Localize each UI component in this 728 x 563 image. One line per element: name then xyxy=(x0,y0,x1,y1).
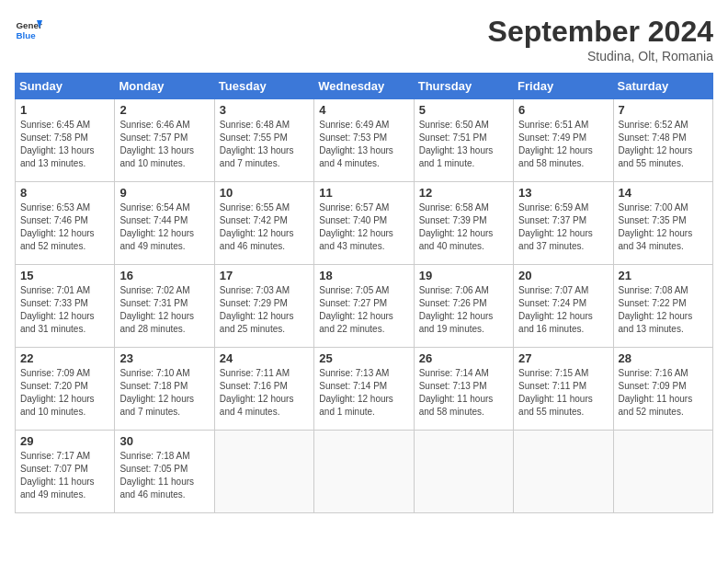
calendar-day-cell xyxy=(414,431,513,513)
day-number: 16 xyxy=(119,269,209,282)
day-number: 19 xyxy=(419,269,508,282)
day-info: Sunrise: 7:03 AM Sunset: 7:29 PM Dayligh… xyxy=(220,284,309,336)
day-number: 27 xyxy=(518,351,608,365)
calendar-day-cell: 8Sunrise: 6:53 AM Sunset: 7:46 PM Daylig… xyxy=(16,182,115,265)
day-number: 17 xyxy=(220,269,309,282)
day-info: Sunrise: 6:57 AM Sunset: 7:40 PM Dayligh… xyxy=(319,201,408,253)
day-number: 7 xyxy=(619,103,708,117)
weekday-header: Monday xyxy=(115,74,214,99)
calendar-day-cell: 25Sunrise: 7:13 AM Sunset: 7:14 PM Dayli… xyxy=(314,348,414,431)
calendar-day-cell: 24Sunrise: 7:11 AM Sunset: 7:16 PM Dayli… xyxy=(214,348,313,431)
day-number: 10 xyxy=(220,186,309,200)
day-info: Sunrise: 6:50 AM Sunset: 7:51 PM Dayligh… xyxy=(419,119,508,170)
calendar-week-row: 15Sunrise: 7:01 AM Sunset: 7:33 PM Dayli… xyxy=(16,265,713,348)
calendar-day-cell: 17Sunrise: 7:03 AM Sunset: 7:29 PM Dayli… xyxy=(214,265,313,348)
day-number: 14 xyxy=(619,186,708,200)
day-number: 12 xyxy=(419,186,508,200)
calendar-day-cell xyxy=(314,431,414,513)
day-info: Sunrise: 6:59 AM Sunset: 7:37 PM Dayligh… xyxy=(518,201,608,253)
calendar-day-cell: 16Sunrise: 7:02 AM Sunset: 7:31 PM Dayli… xyxy=(115,265,214,348)
day-info: Sunrise: 7:06 AM Sunset: 7:26 PM Dayligh… xyxy=(419,284,508,336)
calendar-day-cell: 27Sunrise: 7:15 AM Sunset: 7:11 PM Dayli… xyxy=(514,348,613,431)
page-header: General Blue September 2024 Studina, Olt… xyxy=(15,15,713,63)
calendar-day-cell: 7Sunrise: 6:52 AM Sunset: 7:48 PM Daylig… xyxy=(613,99,712,182)
calendar-day-cell: 9Sunrise: 6:54 AM Sunset: 7:44 PM Daylig… xyxy=(115,182,214,265)
day-info: Sunrise: 7:11 AM Sunset: 7:16 PM Dayligh… xyxy=(220,367,309,419)
day-number: 1 xyxy=(20,103,109,117)
title-section: September 2024 Studina, Olt, Romania xyxy=(488,15,713,63)
day-info: Sunrise: 7:00 AM Sunset: 7:35 PM Dayligh… xyxy=(619,201,708,253)
day-number: 22 xyxy=(20,351,109,365)
day-number: 23 xyxy=(119,351,209,365)
calendar-day-cell: 11Sunrise: 6:57 AM Sunset: 7:40 PM Dayli… xyxy=(314,182,414,265)
svg-text:Blue: Blue xyxy=(17,30,37,40)
calendar-day-cell: 3Sunrise: 6:48 AM Sunset: 7:55 PM Daylig… xyxy=(214,99,313,182)
calendar-day-cell: 6Sunrise: 6:51 AM Sunset: 7:49 PM Daylig… xyxy=(514,99,613,182)
calendar-week-row: 22Sunrise: 7:09 AM Sunset: 7:20 PM Dayli… xyxy=(16,348,713,431)
day-info: Sunrise: 7:13 AM Sunset: 7:14 PM Dayligh… xyxy=(319,367,408,419)
weekday-header: Tuesday xyxy=(214,74,313,99)
day-info: Sunrise: 7:15 AM Sunset: 7:11 PM Dayligh… xyxy=(518,367,608,419)
day-info: Sunrise: 7:14 AM Sunset: 7:13 PM Dayligh… xyxy=(419,367,508,419)
day-info: Sunrise: 7:08 AM Sunset: 7:22 PM Dayligh… xyxy=(619,284,708,336)
calendar-day-cell: 23Sunrise: 7:10 AM Sunset: 7:18 PM Dayli… xyxy=(115,348,214,431)
day-number: 21 xyxy=(619,269,708,282)
calendar-day-cell: 30Sunrise: 7:18 AM Sunset: 7:05 PM Dayli… xyxy=(115,431,214,513)
day-info: Sunrise: 6:54 AM Sunset: 7:44 PM Dayligh… xyxy=(119,201,209,253)
day-info: Sunrise: 7:17 AM Sunset: 7:07 PM Dayligh… xyxy=(20,450,109,501)
day-info: Sunrise: 6:48 AM Sunset: 7:55 PM Dayligh… xyxy=(220,119,309,170)
calendar-day-cell: 1Sunrise: 6:45 AM Sunset: 7:58 PM Daylig… xyxy=(16,99,115,182)
calendar-day-cell: 10Sunrise: 6:55 AM Sunset: 7:42 PM Dayli… xyxy=(214,182,313,265)
day-number: 9 xyxy=(119,186,209,200)
day-info: Sunrise: 6:58 AM Sunset: 7:39 PM Dayligh… xyxy=(419,201,508,253)
calendar-day-cell: 22Sunrise: 7:09 AM Sunset: 7:20 PM Dayli… xyxy=(16,348,115,431)
calendar-day-cell: 26Sunrise: 7:14 AM Sunset: 7:13 PM Dayli… xyxy=(414,348,513,431)
day-info: Sunrise: 7:09 AM Sunset: 7:20 PM Dayligh… xyxy=(20,367,109,419)
day-info: Sunrise: 6:53 AM Sunset: 7:46 PM Dayligh… xyxy=(20,201,109,253)
day-number: 25 xyxy=(319,351,408,365)
day-number: 11 xyxy=(319,186,408,200)
day-number: 8 xyxy=(20,186,109,200)
calendar-day-cell: 14Sunrise: 7:00 AM Sunset: 7:35 PM Dayli… xyxy=(613,182,712,265)
day-info: Sunrise: 7:01 AM Sunset: 7:33 PM Dayligh… xyxy=(20,284,109,336)
calendar-day-cell xyxy=(214,431,313,513)
calendar-week-row: 8Sunrise: 6:53 AM Sunset: 7:46 PM Daylig… xyxy=(16,182,713,265)
day-info: Sunrise: 7:10 AM Sunset: 7:18 PM Dayligh… xyxy=(119,367,209,419)
calendar-day-cell: 28Sunrise: 7:16 AM Sunset: 7:09 PM Dayli… xyxy=(613,348,712,431)
day-number: 4 xyxy=(319,103,408,117)
day-number: 15 xyxy=(20,269,109,282)
day-info: Sunrise: 7:02 AM Sunset: 7:31 PM Dayligh… xyxy=(119,284,209,336)
calendar-day-cell: 12Sunrise: 6:58 AM Sunset: 7:39 PM Dayli… xyxy=(414,182,513,265)
calendar-day-cell: 5Sunrise: 6:50 AM Sunset: 7:51 PM Daylig… xyxy=(414,99,513,182)
calendar-day-cell: 2Sunrise: 6:46 AM Sunset: 7:57 PM Daylig… xyxy=(115,99,214,182)
calendar-day-cell: 29Sunrise: 7:17 AM Sunset: 7:07 PM Dayli… xyxy=(16,431,115,513)
weekday-header: Sunday xyxy=(16,74,115,99)
day-info: Sunrise: 6:49 AM Sunset: 7:53 PM Dayligh… xyxy=(319,119,408,170)
calendar-week-row: 29Sunrise: 7:17 AM Sunset: 7:07 PM Dayli… xyxy=(16,431,713,513)
weekday-header: Friday xyxy=(514,74,613,99)
calendar-day-cell: 21Sunrise: 7:08 AM Sunset: 7:22 PM Dayli… xyxy=(613,265,712,348)
day-number: 2 xyxy=(119,103,209,117)
month-title: September 2024 xyxy=(488,15,713,49)
calendar-day-cell: 18Sunrise: 7:05 AM Sunset: 7:27 PM Dayli… xyxy=(314,265,414,348)
calendar-day-cell xyxy=(613,431,712,513)
location: Studina, Olt, Romania xyxy=(488,49,713,63)
day-info: Sunrise: 6:51 AM Sunset: 7:49 PM Dayligh… xyxy=(518,119,608,170)
calendar-day-cell: 13Sunrise: 6:59 AM Sunset: 7:37 PM Dayli… xyxy=(514,182,613,265)
day-number: 13 xyxy=(518,186,608,200)
day-info: Sunrise: 7:05 AM Sunset: 7:27 PM Dayligh… xyxy=(319,284,408,336)
calendar-day-cell xyxy=(514,431,613,513)
weekday-header: Saturday xyxy=(613,74,712,99)
day-number: 20 xyxy=(518,269,608,282)
calendar-day-cell: 15Sunrise: 7:01 AM Sunset: 7:33 PM Dayli… xyxy=(16,265,115,348)
calendar-day-cell: 20Sunrise: 7:07 AM Sunset: 7:24 PM Dayli… xyxy=(514,265,613,348)
day-info: Sunrise: 7:07 AM Sunset: 7:24 PM Dayligh… xyxy=(518,284,608,336)
weekday-header: Thursday xyxy=(414,74,513,99)
logo: General Blue xyxy=(15,15,42,42)
day-info: Sunrise: 7:16 AM Sunset: 7:09 PM Dayligh… xyxy=(619,367,708,419)
calendar-table: SundayMondayTuesdayWednesdayThursdayFrid… xyxy=(15,73,713,513)
day-number: 29 xyxy=(20,434,109,448)
day-number: 26 xyxy=(419,351,508,365)
day-number: 5 xyxy=(419,103,508,117)
day-number: 30 xyxy=(119,434,209,448)
